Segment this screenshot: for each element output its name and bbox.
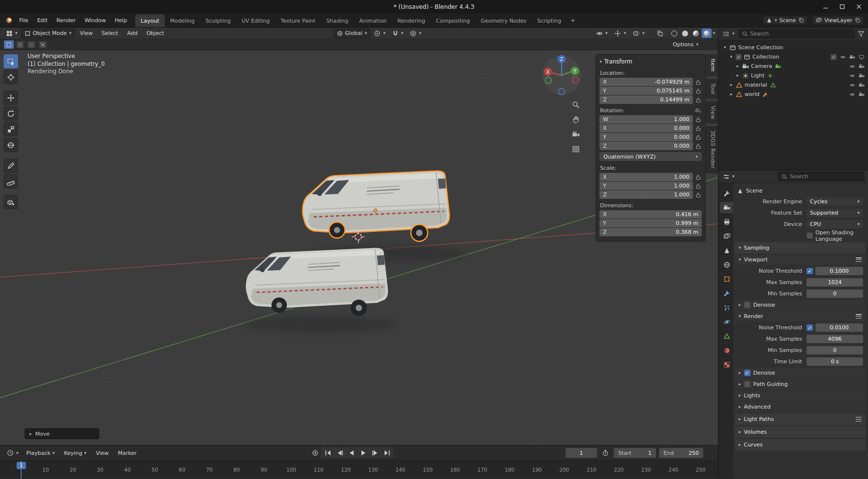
feature-set-dropdown[interactable]: Supported: [807, 209, 863, 217]
min-samples-field[interactable]: 0: [807, 289, 863, 298]
measure-tool[interactable]: [3, 174, 18, 189]
preset-menu-icon[interactable]: [856, 314, 862, 319]
hide-eye-icon[interactable]: [849, 73, 855, 79]
timeline-ruler[interactable]: 1020304050607080901001101201301401501601…: [0, 460, 718, 479]
viewport-menu-item[interactable]: View: [75, 30, 97, 36]
tab-output[interactable]: [720, 216, 733, 227]
select-box-tool[interactable]: [3, 54, 18, 68]
cursor-tool[interactable]: [3, 70, 18, 84]
timeline-menu-marker[interactable]: Marker: [114, 450, 141, 456]
scale-number-field[interactable]: X 1.000: [599, 173, 693, 181]
max-samples-field[interactable]: 1024: [807, 278, 863, 287]
options-dropdown[interactable]: Options: [670, 40, 701, 50]
sidebar-tab[interactable]: Item: [706, 54, 718, 76]
maximize-button[interactable]: [838, 3, 845, 10]
expand-caret-icon[interactable]: [729, 55, 734, 59]
sidebar-tab[interactable]: 3DGS Render: [706, 126, 718, 173]
topbar-menu-item[interactable]: Render: [52, 13, 80, 27]
hide-eye-icon[interactable]: [849, 92, 855, 97]
shading-material-button[interactable]: [691, 29, 701, 38]
lock-icon[interactable]: [695, 134, 702, 140]
scene-selector[interactable]: Scene: [763, 16, 808, 25]
dimension-number-field[interactable]: X 0.416 m: [599, 210, 702, 219]
outliner-row-camera[interactable]: Camera: [718, 62, 868, 71]
lights-subheader[interactable]: Lights: [735, 390, 866, 401]
transform-tool[interactable]: [3, 138, 18, 152]
outliner-row-scene-collection[interactable]: Scene Collection: [718, 43, 868, 52]
shading-dropdown[interactable]: [713, 31, 715, 35]
tab-world[interactable]: [720, 259, 733, 270]
tab-physics[interactable]: [720, 316, 733, 327]
workspace-tab[interactable]: Sculpting: [200, 14, 236, 27]
topbar-menu-item[interactable]: Window: [80, 13, 110, 27]
current-frame-field[interactable]: 1: [566, 448, 597, 458]
gizmo-x-label[interactable]: X: [546, 69, 550, 75]
dimension-number-field[interactable]: Y 0.999 m: [599, 219, 702, 227]
outliner-row-world[interactable]: world: [718, 90, 868, 99]
workspace-tab[interactable]: Modeling: [165, 14, 200, 27]
outliner-row-light[interactable]: Light: [718, 71, 868, 80]
gizmo-y-label[interactable]: Y: [573, 68, 577, 74]
preset-menu-icon[interactable]: [856, 257, 862, 262]
van-object-unselected[interactable]: [246, 248, 388, 316]
select-mode-subtract-button[interactable]: [27, 40, 36, 49]
dimension-number-field[interactable]: Z 0.368 m: [599, 228, 702, 236]
tab-view-layer[interactable]: [720, 230, 733, 242]
viewport-menu-item[interactable]: Object: [142, 30, 169, 36]
properties-search-input[interactable]: [790, 173, 861, 180]
lock-icon[interactable]: [695, 183, 702, 189]
noise-threshold-checkbox[interactable]: [807, 324, 813, 331]
outliner-search[interactable]: [739, 29, 855, 38]
proportional-editing-toggle[interactable]: [407, 29, 424, 38]
navigation-gizmo[interactable]: Z X Y: [539, 52, 584, 99]
time-limit-field[interactable]: 0 s: [807, 357, 863, 366]
rotation-number-field[interactable]: Z 0.000: [599, 142, 693, 150]
sampling-render-subheader[interactable]: Render: [735, 311, 866, 321]
rotation-number-field[interactable]: X 0.000: [599, 124, 693, 132]
hide-eye-icon[interactable]: [849, 64, 855, 69]
lock-icon[interactable]: [695, 126, 702, 131]
hide-eye-icon[interactable]: [849, 82, 855, 88]
tab-object-data[interactable]: [720, 330, 733, 342]
workspace-tab[interactable]: Compositing: [431, 14, 476, 27]
add-workspace-button[interactable]: +: [567, 13, 579, 27]
render-engine-dropdown[interactable]: Cycles: [807, 197, 863, 206]
topbar-menu-item[interactable]: Help: [110, 13, 131, 27]
disable-viewport-icon[interactable]: [859, 54, 865, 60]
viewport-canvas[interactable]: User Perspective (1) Collection | geomet…: [0, 50, 718, 445]
render-denoise-checkbox[interactable]: [744, 370, 750, 376]
transform-panel-header[interactable]: Transform: [599, 57, 702, 67]
sampling-viewport-subheader[interactable]: Viewport: [735, 255, 866, 265]
light-paths-section-header[interactable]: Light Paths: [735, 414, 866, 425]
workspace-tab[interactable]: Animation: [354, 14, 392, 27]
van-object-selected[interactable]: [302, 171, 449, 241]
noise-threshold-checkbox[interactable]: [807, 268, 813, 274]
frame-end-field[interactable]: End 250: [659, 448, 703, 458]
workspace-tab[interactable]: Shading: [321, 14, 354, 27]
rotate-tool[interactable]: [3, 106, 18, 121]
expand-caret-icon[interactable]: [729, 83, 734, 87]
disable-render-icon[interactable]: [859, 73, 865, 79]
volumes-section-header[interactable]: Volumes: [735, 426, 866, 438]
lock-icon[interactable]: [695, 143, 702, 149]
curves-section-header[interactable]: Curves: [735, 439, 866, 450]
toggle-xray-button[interactable]: [654, 29, 666, 38]
collection-checkbox[interactable]: [736, 54, 742, 60]
jump-to-start-button[interactable]: [323, 448, 333, 458]
rotation-number-field[interactable]: W 1.000: [599, 115, 693, 124]
new-scene-icon[interactable]: [798, 17, 804, 23]
toggle-ortho-icon[interactable]: [570, 144, 581, 155]
add-cube-tool[interactable]: [3, 195, 18, 209]
shading-solid-button[interactable]: [680, 29, 690, 38]
workspace-tab[interactable]: Scripting: [532, 14, 567, 27]
tab-scene[interactable]: [720, 245, 733, 256]
scale-tool[interactable]: [3, 122, 18, 136]
tab-render[interactable]: [720, 202, 733, 213]
disable-render-icon[interactable]: [859, 82, 865, 88]
lock-icon[interactable]: [695, 79, 702, 85]
sidebar-tab[interactable]: View: [706, 101, 718, 124]
outliner-row-collection[interactable]: Collection: [718, 52, 868, 62]
pivot-point-selector[interactable]: [371, 29, 389, 38]
viewport-denoise-checkbox[interactable]: [744, 302, 750, 308]
disable-render-icon[interactable]: [859, 64, 865, 69]
